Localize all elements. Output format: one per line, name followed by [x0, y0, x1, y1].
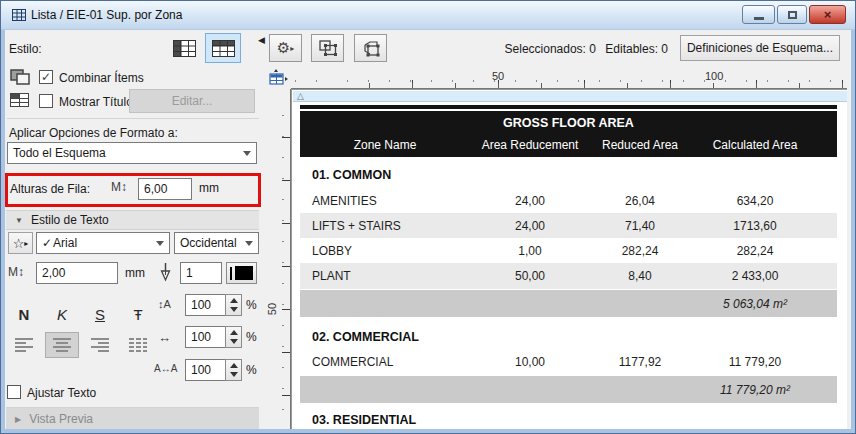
row-height-marker[interactable]: △	[297, 91, 304, 101]
format-options-panel: Estilo: ✓ Combinar Ítems Mostrar Título …	[5, 29, 261, 431]
schema-settings-button[interactable]: Definiciones de Esquema...	[680, 35, 840, 61]
row-height-label: Alturas de Fila:	[10, 182, 90, 196]
apply-format-value: Todo el Esquema	[13, 146, 106, 160]
char-spacing-stepper[interactable]	[225, 359, 242, 381]
minimize-button[interactable]	[742, 5, 775, 24]
favorites-button[interactable]: ☆▸	[8, 232, 33, 254]
preview-section-header[interactable]: ▶ Vista Previa	[6, 407, 259, 431]
settings-menu-button[interactable]: ⚙ ▸	[269, 34, 302, 62]
updown-arrow-glyph: ↕	[121, 180, 127, 194]
width-factor-input[interactable]: 100	[185, 326, 226, 348]
font-height-icon: M↕	[8, 265, 24, 279]
underline-button[interactable]: S	[83, 301, 117, 327]
select-items-button[interactable]	[311, 34, 344, 62]
cell-reduced-area: 71,40	[590, 219, 690, 233]
maximize-button[interactable]	[777, 5, 807, 24]
subtotal-row: 5 063,04 m²	[300, 290, 837, 317]
close-button[interactable]: ×	[809, 5, 846, 24]
group-header-row[interactable]: 02. COMMERCIAL	[300, 324, 837, 349]
table-row[interactable]: AMENITIES 24,00 26,04 634,20	[300, 188, 837, 213]
width-factor-stepper[interactable]	[225, 326, 242, 348]
column-header: Calculated Area	[690, 138, 820, 152]
subtotal-row: 11 779,20 m²	[300, 376, 837, 403]
v-ruler-label-50: 50	[266, 303, 278, 315]
strikethrough-button[interactable]: Ŧ	[121, 301, 155, 327]
select-in-model-button[interactable]	[354, 34, 387, 62]
cell-calculated-area: 282,24	[690, 244, 820, 258]
align-justify-icon	[129, 336, 147, 354]
show-title-checkbox[interactable]	[39, 94, 53, 108]
table-title: GROSS FLOOR AREA	[300, 116, 837, 130]
font-select[interactable]: ✓ Arial	[36, 232, 170, 254]
divider	[7, 118, 259, 119]
selected-count-label: Seleccionados: 0	[505, 42, 596, 56]
pen-color-button[interactable]	[226, 262, 257, 284]
font-check-icon: ✓	[42, 236, 52, 250]
combine-items-checkbox[interactable]: ✓	[39, 70, 53, 84]
text-style-section-header[interactable]: ▼ Estilo de Texto	[6, 210, 259, 230]
italic-button[interactable]: K	[45, 301, 79, 327]
star-icon: ☆	[13, 236, 25, 251]
align-left-button[interactable]	[7, 332, 41, 358]
editables-count-label: Editables: 0	[605, 42, 668, 56]
cell-area-reducement: 10,00	[470, 355, 590, 369]
table-row[interactable]: LOBBY 1,00 282,24 282,24	[300, 238, 837, 263]
letter-m-glyph: M	[111, 180, 121, 194]
table-row[interactable]: COMMERCIAL 10,00 1177,92 11 779,20	[300, 349, 837, 374]
line-spacing-input[interactable]: 100	[185, 294, 226, 316]
h-ruler-label-100: 100	[705, 70, 723, 82]
updown-arrow-glyph: ↕	[18, 265, 24, 279]
schedule-preview-panel: ⚙ ▸ Seleccionados: 0 Editables: 0 Defini…	[263, 29, 853, 431]
cube-selection-icon	[361, 39, 381, 58]
align-center-button[interactable]	[45, 332, 79, 358]
percent-label: %	[246, 330, 257, 344]
char-spacing-input[interactable]: 100	[185, 359, 226, 381]
checkmark-icon: ✓	[41, 70, 51, 84]
apply-format-label: Aplicar Opciones de Formato a:	[9, 126, 178, 140]
table-row[interactable]: PLANT 50,00 8,40 2 433,00	[300, 263, 837, 289]
panel-collapse-arrow[interactable]: ◀	[258, 35, 265, 45]
cell-zone-name: LIFTS + STAIRS	[300, 219, 470, 233]
bold-button[interactable]: N	[7, 301, 41, 327]
schedule-drawing-area[interactable]: △ GROSS FLOOR AREA Zone Name Area Reduce…	[291, 89, 847, 431]
group-header-row[interactable]: 01. COMMON	[300, 161, 837, 188]
cell-zone-name: COMMERCIAL	[300, 355, 470, 369]
cell-calculated-area: 2 433,00	[690, 269, 820, 283]
vertical-ruler: 50	[267, 89, 291, 431]
align-center-icon	[53, 336, 71, 354]
line-spacing-icon: ↕A	[158, 298, 171, 310]
header-selection-strip[interactable]: △	[293, 91, 847, 102]
cell-calculated-area: 634,20	[690, 194, 820, 208]
script-select[interactable]: Occidental	[174, 232, 259, 254]
style-rows-button[interactable]	[166, 33, 202, 63]
style-grid-button[interactable]	[205, 33, 241, 63]
gear-icon: ⚙	[277, 39, 290, 57]
table-row[interactable]: LIFTS + STAIRS 24,00 71,40 1713,60	[300, 213, 837, 238]
menu-arrow-icon: ▸	[290, 44, 294, 53]
apply-format-select[interactable]: Todo el Esquema	[7, 142, 257, 164]
row-height-input[interactable]: 6,00	[138, 178, 192, 200]
cell-reduced-area: 26,04	[590, 194, 690, 208]
table-header[interactable]: GROSS FLOOR AREA Zone Name Area Reduceme…	[300, 111, 837, 157]
align-justify-button[interactable]	[121, 332, 155, 358]
chevron-down-icon	[243, 151, 251, 156]
style-rows-icon	[173, 40, 196, 57]
edit-title-button[interactable]: Editar...	[129, 89, 255, 113]
minimize-icon	[754, 17, 764, 20]
fit-text-checkbox[interactable]	[7, 385, 21, 399]
cell-reduced-area: 282,24	[590, 244, 690, 258]
titlebar[interactable]: Lista / EIE-01 Sup. por Zona ×	[1, 1, 855, 30]
row-height-unit: mm	[199, 181, 219, 195]
column-header: Reduced Area	[590, 138, 690, 152]
pen-color-bar	[230, 267, 232, 280]
align-right-button[interactable]	[83, 332, 117, 358]
subtotal-value: 11 779,20 m²	[690, 383, 820, 397]
schedule-window: Lista / EIE-01 Sup. por Zona × Estilo: ✓…	[0, 0, 856, 434]
pen-number-input[interactable]: 1	[180, 262, 222, 284]
percent-label: %	[246, 298, 257, 312]
line-spacing-stepper[interactable]	[225, 294, 242, 316]
scheme-navigator-icon[interactable]	[265, 67, 290, 88]
cell-reduced-area: 8,40	[590, 269, 690, 283]
group-header-row[interactable]: 03. RESIDENTIAL	[300, 407, 837, 431]
font-size-input[interactable]: 2,00	[36, 262, 118, 284]
